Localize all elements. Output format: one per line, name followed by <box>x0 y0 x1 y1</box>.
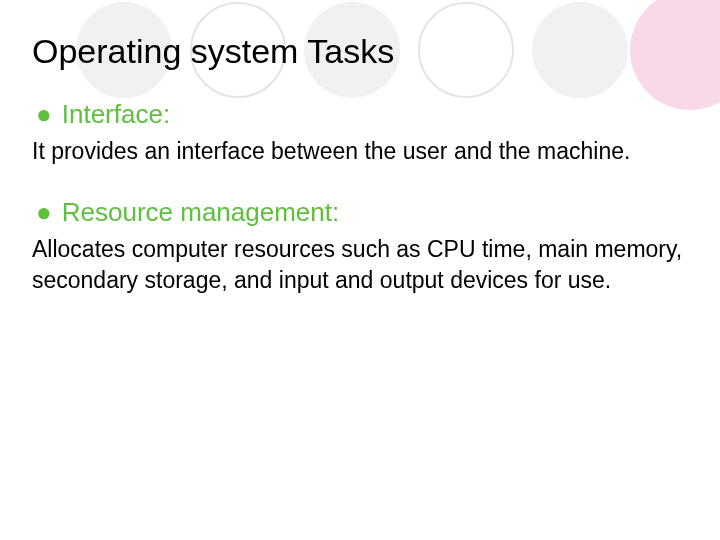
slide-title: Operating system Tasks <box>32 32 688 71</box>
slide-content: Operating system Tasks ● Interface: It p… <box>0 0 720 296</box>
bullet-heading: Interface: <box>62 99 170 130</box>
bullet-body-text: It provides an interface between the use… <box>32 138 630 164</box>
bullet-body-text: Allocates computer resources such as CPU… <box>32 236 682 293</box>
bullet-body: It provides an interface between the use… <box>32 136 688 167</box>
bullet-item: ● Resource management: <box>32 197 688 228</box>
bullet-icon: ● <box>36 101 52 127</box>
bullet-body: Allocates computer resources such as CPU… <box>32 234 688 296</box>
bullet-item: ● Interface: <box>32 99 688 130</box>
bullet-heading: Resource management: <box>62 197 339 228</box>
bullet-icon: ● <box>36 199 52 225</box>
